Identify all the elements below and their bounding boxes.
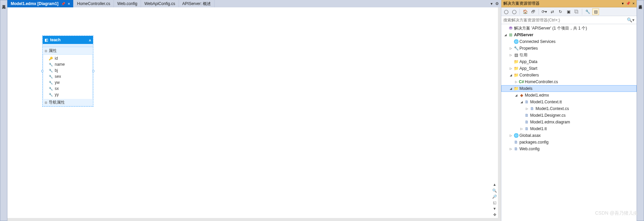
tree-file-global-asax[interactable]: ▷🌐Global.asax [501, 132, 637, 139]
arrow-up-icon[interactable]: ▲ [492, 182, 497, 187]
tab-webconfig[interactable]: Web.config [114, 0, 141, 7]
wrench-icon: 🔧 [49, 87, 53, 91]
property-row[interactable]: 🔑id [49, 55, 91, 61]
expand-icon[interactable]: ◢ [513, 94, 519, 97]
property-row[interactable]: 🔧bj [49, 67, 91, 73]
sync-icon[interactable]: ⇄ [549, 8, 556, 15]
tree-file-context-cs[interactable]: ▷🗎Model1.Context.cs [501, 105, 637, 112]
close-icon[interactable]: × [68, 2, 70, 6]
arrow-down-icon[interactable]: ▼ [492, 206, 497, 211]
cs-file-icon: 🗎 [524, 113, 530, 118]
tree-file-context-tt[interactable]: ◢🗎Model1.Context.tt [501, 99, 637, 105]
property-list: 🔑id 🔧name 🔧bj 🔧sex 🔧yw 🔧sx 🔧yy [43, 55, 93, 99]
collapse-icon[interactable]: ⊟ [45, 49, 47, 53]
folder-icon: 📁 [513, 66, 519, 71]
tree-project[interactable]: ◢⊞APIServer [501, 32, 637, 38]
tree-file-homecontroller[interactable]: ▷C#HomeController.cs [501, 78, 637, 85]
solution-explorer-title[interactable]: 解决方案资源管理器 ▾ 📌 × [501, 0, 637, 7]
pin-icon[interactable]: 📌 [626, 1, 631, 6]
pending-changes-icon[interactable]: ⟳▾ [541, 8, 548, 15]
gear-icon[interactable]: ⚙ [495, 1, 499, 6]
expand-icon[interactable]: ◢ [519, 100, 524, 104]
properties-icon[interactable]: 🔧 [584, 8, 591, 15]
expand-icon[interactable]: ▷ [508, 134, 513, 137]
toolbox-rail[interactable]: 工具箱 [0, 0, 7, 221]
window-dropdown-icon[interactable]: ▾ [622, 1, 624, 6]
tree-folder-appdata[interactable]: 📁App_Data [501, 58, 637, 65]
toolbar-separator [582, 9, 582, 15]
tree-file-designer-cs[interactable]: 🗎Model1.Designer.cs [501, 112, 637, 119]
globe-icon: 🌐 [513, 39, 519, 44]
expand-icon[interactable]: ▷ [508, 53, 513, 57]
tree-references[interactable]: ▷▤引用 [501, 52, 637, 58]
resize-handle-left[interactable] [41, 70, 43, 72]
refresh-icon[interactable]: ↻ [557, 8, 564, 15]
tree-folder-controllers[interactable]: ◢📁Controllers [501, 72, 637, 78]
entity-teach[interactable]: ◧ teach ʌ ⊟ 属性 🔑id 🔧name 🔧bj 🔧sex 🔧yw 🔧s… [42, 36, 93, 107]
expand-icon[interactable]: ▷ [508, 147, 513, 151]
tree-solution[interactable]: ⛃解决方案 'APIServer' (1 个项目，共 1 个) [501, 25, 637, 32]
tree-connected-services[interactable]: 🌐Connected Services [501, 38, 637, 45]
expand-icon[interactable]: ▷ [519, 127, 524, 130]
tree-folder-models[interactable]: ◢📁Models [501, 85, 637, 92]
collapse-icon[interactable]: ⊟ [45, 101, 47, 104]
solution-tree[interactable]: ⛃解决方案 'APIServer' (1 个项目，共 1 个) ◢⊞APISer… [501, 24, 637, 221]
tree-file-model1-edmx[interactable]: ◢◆Model1.edmx [501, 92, 637, 99]
expand-icon[interactable]: ▷ [508, 67, 513, 70]
search-input[interactable] [503, 18, 627, 22]
edmx-icon: ◆ [519, 93, 524, 98]
property-row[interactable]: 🔧yy [49, 92, 91, 98]
section-properties[interactable]: ⊟ 属性 [43, 47, 93, 55]
property-row[interactable]: 🔧sx [49, 86, 91, 92]
search-icon[interactable]: 🔍▾ [627, 17, 635, 22]
wrench-icon: 🔧 [513, 46, 519, 51]
tree-folder-appstart[interactable]: ▷📁App_Start [501, 65, 637, 72]
tab-label: Web.config [117, 1, 137, 6]
home-icon[interactable]: 🏠 [522, 8, 528, 15]
collapse-all-icon[interactable]: ▣ [565, 8, 572, 15]
expand-icon[interactable]: ▷ [524, 107, 530, 110]
chevron-up-icon[interactable]: ʌ [89, 38, 91, 42]
show-all-files-icon[interactable]: ⿻ [573, 8, 580, 15]
tree-file-model1-tt[interactable]: ▷🗎Model1.tt [501, 125, 637, 132]
switch-views-icon[interactable]: 🗗 [530, 8, 537, 15]
preview-selected-icon[interactable]: ▤ [592, 8, 599, 15]
expand-icon[interactable]: ▷ [513, 80, 519, 84]
section-nav-properties[interactable]: ⊟ 导航属性 [43, 99, 93, 106]
tree-file-diagram[interactable]: 🗎Model1.edmx.diagram [501, 119, 637, 125]
tree-file-packages-config[interactable]: 🗎packages.config [501, 139, 637, 146]
forward-icon[interactable]: ◯ [511, 8, 517, 15]
tab-apiserver-overview[interactable]: APIServer: 概述 [179, 0, 215, 7]
solution-explorer-search[interactable]: 🔍▾ [501, 16, 637, 24]
wrench-icon: 🔧 [49, 69, 53, 72]
close-icon[interactable]: × [633, 1, 635, 6]
diagnostics-rail[interactable]: 诊断工具 [637, 0, 644, 221]
property-row[interactable]: 🔧sex [49, 73, 91, 79]
tab-dropdown-icon[interactable]: ▾ [491, 1, 493, 6]
toolbox-label: 工具箱 [1, 0, 7, 4]
tree-file-web-config[interactable]: ▷🗎Web.config [501, 146, 637, 152]
wrench-icon: 🔧 [49, 93, 53, 97]
tree-properties[interactable]: ▷🔧Properties [501, 45, 637, 52]
csharp-icon: C# [519, 79, 524, 84]
zoom-in-icon[interactable]: 🔍 [492, 188, 497, 193]
solution-explorer-toolbar: ◯ ◯ 🏠 🗗 ⟳▾ ⇄ ↻ ▣ ⿻ 🔧 ▤ [501, 7, 637, 16]
expand-icon[interactable]: ◢ [508, 87, 513, 90]
property-name: name [55, 62, 65, 67]
zoom-out-icon[interactable]: 🔎 [492, 194, 497, 199]
expand-icon[interactable]: ◢ [508, 73, 513, 77]
fit-screen-icon[interactable]: ◱ [492, 200, 497, 205]
tab-homecontroller[interactable]: HomeController.cs [74, 0, 114, 7]
tab-model1-edmx[interactable]: Model1.edmx [Diagram1] 📌 × [7, 0, 74, 7]
back-icon[interactable]: ◯ [503, 8, 509, 15]
crosshair-icon[interactable]: ✥ [492, 212, 497, 217]
pin-icon[interactable]: 📌 [61, 2, 65, 6]
property-row[interactable]: 🔧name [49, 61, 91, 67]
property-row[interactable]: 🔧yw [49, 79, 91, 86]
resize-handle-right[interactable] [92, 70, 94, 72]
edmx-design-surface[interactable]: ◧ teach ʌ ⊟ 属性 🔑id 🔧name 🔧bj 🔧sex 🔧yw 🔧s… [7, 7, 501, 221]
tab-webapiconfig[interactable]: WebApiConfig.cs [141, 0, 179, 7]
expand-icon[interactable]: ◢ [503, 33, 508, 37]
entity-header[interactable]: ◧ teach ʌ [43, 36, 93, 44]
expand-icon[interactable]: ▷ [508, 47, 513, 50]
